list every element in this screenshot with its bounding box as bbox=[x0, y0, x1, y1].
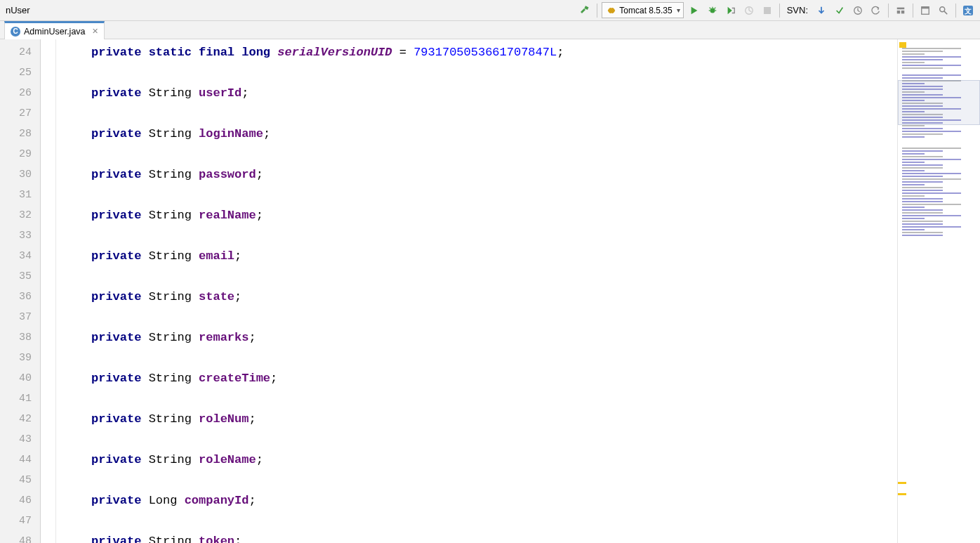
line-number: 24 bbox=[0, 42, 32, 63]
code-line[interactable] bbox=[62, 266, 897, 287]
line-number: 30 bbox=[0, 164, 32, 185]
close-icon[interactable]: ✕ bbox=[92, 27, 98, 36]
code-line[interactable] bbox=[62, 63, 897, 83]
code-line[interactable]: private String loginName; bbox=[62, 124, 897, 144]
line-number: 47 bbox=[0, 511, 32, 531]
code-line[interactable]: private Long companyId; bbox=[62, 490, 897, 511]
stop-button[interactable] bbox=[760, 3, 775, 18]
svg-line-5 bbox=[709, 7, 710, 8]
code-line[interactable]: private String roleNum; bbox=[62, 409, 897, 429]
line-number: 29 bbox=[0, 144, 32, 164]
code-line[interactable] bbox=[62, 511, 897, 531]
line-number: 40 bbox=[0, 368, 32, 388]
chevron-down-icon: ▾ bbox=[677, 6, 680, 14]
code-line[interactable]: private static final long serialVersionU… bbox=[62, 42, 897, 63]
line-number: 44 bbox=[0, 450, 32, 470]
line-number: 39 bbox=[0, 348, 32, 368]
profile-button[interactable] bbox=[741, 3, 757, 18]
tab-adminuser[interactable]: C AdminUser.java ✕ bbox=[4, 21, 105, 39]
line-number: 34 bbox=[0, 246, 32, 266]
separator bbox=[779, 4, 780, 18]
toggle-fullscreen-icon[interactable] bbox=[918, 3, 933, 18]
minimap-change-mark bbox=[898, 493, 906, 495]
code-line[interactable] bbox=[62, 348, 897, 368]
toolbar-right: Tomcat 8.5.35 ▾ SVN: bbox=[577, 2, 976, 18]
line-number: 32 bbox=[0, 205, 32, 225]
run-config-label: Tomcat 8.5.35 bbox=[619, 6, 672, 15]
svg-line-16 bbox=[944, 11, 947, 13]
svn-commit-icon[interactable] bbox=[832, 3, 847, 18]
line-number: 26 bbox=[0, 83, 32, 103]
svg-point-1 bbox=[710, 8, 715, 13]
build-hammer-icon[interactable] bbox=[577, 3, 592, 18]
separator bbox=[597, 4, 597, 18]
separator bbox=[888, 4, 889, 18]
code-line[interactable]: private String createTime; bbox=[62, 368, 897, 388]
line-number: 41 bbox=[0, 388, 32, 409]
svn-history-icon[interactable] bbox=[850, 3, 866, 18]
tab-label: AdminUser.java bbox=[24, 27, 86, 37]
code-line[interactable]: private String realName; bbox=[62, 205, 897, 225]
gutter-divider bbox=[41, 39, 56, 543]
svg-rect-12 bbox=[901, 11, 904, 13]
line-number: 35 bbox=[0, 266, 32, 287]
line-number: 46 bbox=[0, 490, 32, 511]
search-everywhere-icon[interactable] bbox=[936, 3, 951, 18]
svg-text:文: 文 bbox=[964, 7, 972, 15]
line-number: 36 bbox=[0, 287, 32, 307]
line-number: 45 bbox=[0, 470, 32, 490]
code-line[interactable]: private String remarks; bbox=[62, 327, 897, 348]
debug-button[interactable] bbox=[705, 3, 720, 18]
run-coverage-button[interactable] bbox=[723, 3, 739, 18]
code-line[interactable] bbox=[62, 307, 897, 327]
line-number: 48 bbox=[0, 531, 32, 543]
editor-tabs: C AdminUser.java ✕ bbox=[0, 21, 980, 39]
svn-update-icon[interactable] bbox=[814, 3, 829, 18]
separator bbox=[913, 4, 913, 18]
code-line[interactable]: private String email; bbox=[62, 246, 897, 266]
run-config-dropdown[interactable]: Tomcat 8.5.35 ▾ bbox=[602, 2, 683, 18]
run-button[interactable] bbox=[687, 3, 702, 18]
line-number: 42 bbox=[0, 409, 32, 429]
line-number: 33 bbox=[0, 225, 32, 246]
line-number: 28 bbox=[0, 124, 32, 144]
minimap[interactable] bbox=[897, 39, 980, 543]
svg-rect-0 bbox=[585, 6, 589, 10]
line-number: 27 bbox=[0, 103, 32, 124]
line-number-gutter: 2425262728293031323334353637383940414243… bbox=[0, 39, 41, 543]
minimap-change-mark bbox=[898, 482, 906, 484]
line-number: 43 bbox=[0, 429, 32, 450]
code-line[interactable] bbox=[62, 470, 897, 490]
code-line[interactable] bbox=[62, 388, 897, 409]
line-number: 31 bbox=[0, 185, 32, 205]
breadcrumb: nUser bbox=[3, 5, 30, 15]
svn-revert-icon[interactable] bbox=[868, 3, 884, 18]
code-line[interactable] bbox=[62, 103, 897, 124]
svg-line-6 bbox=[714, 7, 715, 8]
class-file-icon: C bbox=[11, 27, 20, 37]
svn-label: SVN: bbox=[784, 5, 811, 15]
code-line[interactable]: private String roleName; bbox=[62, 450, 897, 470]
line-number: 37 bbox=[0, 307, 32, 327]
code-line[interactable] bbox=[62, 429, 897, 450]
code-line[interactable] bbox=[62, 225, 897, 246]
svg-point-15 bbox=[940, 6, 945, 11]
code-line[interactable] bbox=[62, 185, 897, 205]
minimap-warning-mark bbox=[899, 42, 906, 48]
project-structure-icon[interactable] bbox=[893, 3, 908, 18]
editor-area: 2425262728293031323334353637383940414243… bbox=[0, 39, 980, 543]
toolbar: nUser Tomcat 8.5.35 ▾ SVN: bbox=[0, 0, 980, 21]
code-line[interactable]: private String state; bbox=[62, 287, 897, 307]
tomcat-icon bbox=[607, 6, 616, 15]
svg-rect-14 bbox=[922, 6, 929, 8]
svg-rect-8 bbox=[764, 7, 771, 14]
svg-rect-11 bbox=[897, 11, 900, 13]
code-editor[interactable]: private static final long serialVersionU… bbox=[56, 39, 897, 543]
translate-icon[interactable]: 文 bbox=[960, 3, 976, 18]
code-line[interactable] bbox=[62, 144, 897, 164]
code-line[interactable]: private String password; bbox=[62, 164, 897, 185]
code-line[interactable]: private String userId; bbox=[62, 83, 897, 103]
separator bbox=[955, 4, 956, 18]
code-line[interactable]: private String token; bbox=[62, 531, 897, 543]
minimap-viewport[interactable] bbox=[898, 80, 980, 125]
